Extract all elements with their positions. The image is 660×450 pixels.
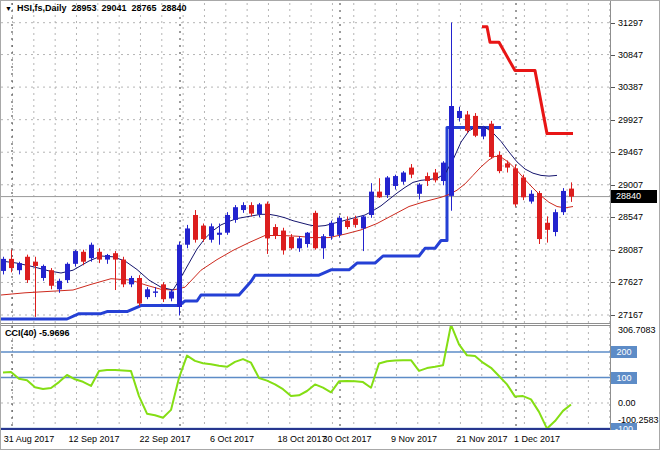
- candle-body: [481, 128, 486, 136]
- date-axis-label: 30 Oct 2017: [322, 434, 371, 444]
- candle-body: [97, 252, 102, 260]
- price-axis-tick: [611, 282, 615, 283]
- candle-body: [537, 193, 542, 239]
- candle-body: [353, 219, 358, 225]
- candle-body: [289, 237, 294, 248]
- candle-body: [321, 236, 326, 248]
- date-axis-label: 12 Sep 2017: [68, 434, 119, 444]
- candle-body: [81, 252, 86, 262]
- candle-body: [121, 260, 126, 285]
- price-axis-tick: [611, 250, 615, 251]
- price-axis-tick: [611, 315, 615, 316]
- cci-scale-max-label: 306.7083: [618, 325, 656, 335]
- candle-body: [257, 204, 262, 214]
- indicator-label: CCI(40) -5.9696: [5, 328, 70, 338]
- candle-body: [281, 231, 286, 251]
- panel-separator[interactable]: [1, 323, 660, 326]
- candle-body: [33, 262, 38, 266]
- candle-body: [65, 264, 70, 280]
- ohlc-close: 28840: [162, 3, 187, 13]
- candle-body: [241, 205, 246, 210]
- candle-body: [489, 124, 494, 157]
- candle-body: [249, 205, 254, 213]
- cci-indicator-panel[interactable]: [1, 326, 610, 429]
- cci-zero-label: 0.00: [618, 398, 636, 408]
- candle-body: [521, 177, 526, 197]
- candle-body: [561, 191, 566, 212]
- price-axis-tick: [611, 152, 615, 153]
- candle-body: [401, 173, 406, 182]
- candle-body: [385, 177, 390, 195]
- candle-body: [273, 227, 278, 235]
- price-axis-label: 27627: [618, 277, 643, 287]
- candle-body: [545, 223, 550, 230]
- trading-chart-window: ▼ HSI,fs,Daily 28953 29041 28765 28840 C…: [0, 0, 660, 450]
- candle-body: [185, 228, 190, 244]
- fast-ma-line: [1, 127, 557, 291]
- price-axis-label: 27167: [618, 310, 643, 320]
- candle-body: [217, 233, 222, 235]
- cci-level-label: 100: [611, 372, 637, 384]
- current-price-label: 28840: [611, 190, 657, 203]
- date-axis-label: 1 Dec 2017: [514, 434, 560, 444]
- candle-body: [113, 253, 118, 259]
- price-axis-label: 31297: [618, 18, 643, 28]
- candle-body: [1, 259, 6, 271]
- candle-body: [209, 226, 214, 239]
- price-axis-label: 28087: [618, 245, 643, 255]
- candle-body: [449, 106, 454, 196]
- candle-body: [457, 111, 462, 118]
- price-axis-label: 30387: [618, 82, 643, 92]
- price-axis[interactable]: 3129730847303872992729467290072854728087…: [611, 1, 660, 430]
- candle-body: [177, 245, 182, 307]
- price-axis-label: 29007: [618, 180, 643, 190]
- price-axis-tick: [611, 120, 615, 121]
- time-axis[interactable]: 31 Aug 201712 Sep 201722 Sep 20176 Oct 2…: [1, 430, 660, 450]
- main-price-panel[interactable]: [1, 1, 610, 323]
- candle-body: [409, 168, 414, 175]
- candle-body: [529, 194, 534, 202]
- date-axis-label: 18 Oct 2017: [277, 434, 326, 444]
- candle-body: [497, 155, 502, 171]
- candle-body: [337, 218, 342, 235]
- candle-body: [89, 245, 94, 258]
- candle-body: [329, 223, 334, 236]
- candle-body: [57, 281, 62, 289]
- collapse-arrow-icon[interactable]: ▼: [5, 4, 12, 13]
- date-axis-label: 31 Aug 2017: [4, 434, 55, 444]
- ohlc-open: 28953: [71, 3, 96, 13]
- candle-body: [305, 233, 310, 244]
- date-axis-label: 22 Sep 2017: [139, 434, 190, 444]
- ohlc-high: 29041: [102, 3, 127, 13]
- candle-body: [377, 192, 382, 198]
- candle-body: [297, 238, 302, 248]
- price-axis-tick: [611, 87, 615, 88]
- price-axis-tick: [611, 55, 615, 56]
- candle-body: [569, 189, 574, 197]
- candle-body: [41, 266, 46, 278]
- candle-body: [9, 259, 14, 268]
- candle-body: [369, 192, 374, 215]
- candle-body: [465, 114, 470, 130]
- candle-body: [201, 226, 206, 239]
- symbol-title: HSI,fs,Daily: [17, 3, 67, 13]
- date-axis-label: 9 Nov 2017: [391, 434, 437, 444]
- candle-body: [73, 251, 78, 264]
- candle-body: [433, 173, 438, 181]
- price-axis-tick: [611, 217, 615, 218]
- candle-body: [417, 185, 422, 194]
- candle-body: [153, 291, 158, 292]
- candle-body: [137, 278, 142, 303]
- candle-body: [441, 163, 446, 181]
- candle-body: [553, 212, 558, 232]
- candle-body: [313, 213, 318, 248]
- price-axis-label: 29467: [618, 147, 643, 157]
- chart-legend: ▼ HSI,fs,Daily 28953 29041 28765 28840: [5, 3, 187, 13]
- price-axis-label: 28547: [618, 212, 643, 222]
- candle-body: [233, 207, 238, 220]
- price-axis-label: 29927: [618, 115, 643, 125]
- trailing-stop-up-line: [1, 128, 501, 319]
- candle-body: [473, 116, 478, 136]
- candle-body: [169, 291, 174, 298]
- candle-body: [17, 263, 22, 270]
